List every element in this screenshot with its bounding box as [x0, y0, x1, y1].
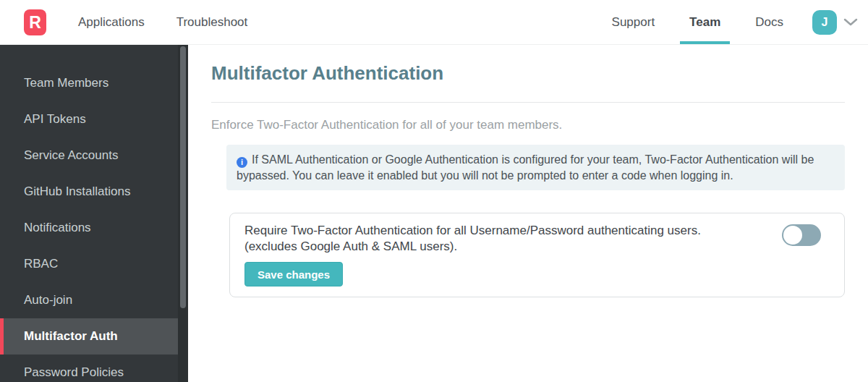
- main-content: Multifactor Authentication Enforce Two-F…: [188, 45, 868, 382]
- primary-nav: Applications Troubleshoot: [62, 0, 263, 44]
- sidebar-scrollbar-thumb[interactable]: [180, 46, 186, 308]
- settings-sidebar: Team Members API Tokens Service Accounts…: [0, 45, 188, 382]
- two-factor-setting-card: Require Two-Factor Authentication for al…: [229, 213, 845, 297]
- title-divider: [211, 102, 845, 103]
- two-factor-toggle[interactable]: [782, 224, 821, 246]
- top-navbar: R Applications Troubleshoot Support Team…: [0, 0, 868, 45]
- secondary-nav: Support Team Docs J: [595, 0, 858, 44]
- page-subtitle: Enforce Two-Factor Authentication for al…: [211, 118, 845, 132]
- info-banner-text: If SAML Authentication or Google Authent…: [237, 153, 814, 182]
- avatar[interactable]: J: [812, 10, 837, 35]
- sidebar-item-rbac[interactable]: RBAC: [0, 246, 178, 282]
- setting-label-line2: (excludes Google Auth & SAML users).: [244, 239, 780, 255]
- toggle-knob: [783, 226, 802, 245]
- save-changes-button[interactable]: Save changes: [244, 262, 343, 286]
- nav-troubleshoot[interactable]: Troubleshoot: [161, 0, 264, 44]
- sidebar-item-api-tokens[interactable]: API Tokens: [0, 101, 178, 137]
- nav-applications[interactable]: Applications: [62, 0, 161, 44]
- sidebar-menu: Team Members API Tokens Service Accounts…: [0, 45, 188, 382]
- sidebar-item-auto-join[interactable]: Auto-join: [0, 282, 178, 318]
- sidebar-item-github-installations[interactable]: GitHub Installations: [0, 174, 178, 210]
- sidebar-item-team-members[interactable]: Team Members: [0, 65, 178, 101]
- chevron-down-icon[interactable]: [843, 18, 858, 26]
- sidebar-item-notifications[interactable]: Notifications: [0, 210, 178, 246]
- sidebar-item-password-policies[interactable]: Password Policies: [0, 355, 178, 382]
- sidebar-item-service-accounts[interactable]: Service Accounts: [0, 137, 178, 174]
- info-icon: i: [237, 157, 247, 168]
- nav-docs[interactable]: Docs: [738, 0, 801, 44]
- nav-support[interactable]: Support: [595, 0, 673, 44]
- setting-label-line1: Require Two-Factor Authentication for al…: [244, 223, 780, 239]
- nav-team[interactable]: Team: [672, 0, 738, 44]
- setting-label: Require Two-Factor Authentication for al…: [244, 223, 780, 254]
- info-banner: iIf SAML Authentication or Google Authen…: [226, 145, 845, 190]
- rollbar-logo[interactable]: R: [24, 9, 46, 35]
- sidebar-item-multifactor-auth[interactable]: Multifactor Auth: [0, 318, 178, 355]
- page-title: Multifactor Authentication: [211, 62, 845, 85]
